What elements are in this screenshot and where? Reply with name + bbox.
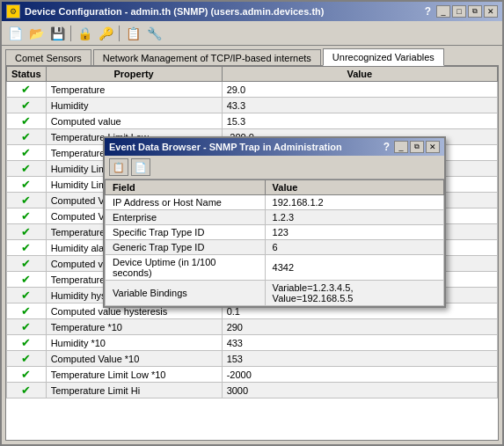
popup-restore-btn[interactable]: ⧉ — [410, 141, 424, 153]
popup-table-row: IP Address or Host Name 192.168.1.2 — [106, 195, 444, 210]
popup-new-icon: 📄 — [135, 162, 147, 173]
lock-btn[interactable]: 🔒 — [75, 24, 94, 43]
popup-dialog: Event Data Browser - SNMP Trap in Admini… — [103, 136, 446, 308]
row-property: Temperature — [46, 82, 222, 98]
unlock-icon: 🔑 — [99, 27, 113, 40]
row-status: ✔ — [7, 129, 47, 145]
popup-table: Field Value IP Address or Host Name 192.… — [105, 179, 444, 306]
check-icon: ✔ — [21, 257, 31, 270]
check-icon: ✔ — [21, 336, 31, 349]
minimize-btn[interactable]: _ — [436, 5, 450, 18]
row-status: ✔ — [7, 240, 47, 256]
row-status: ✔ — [7, 98, 47, 113]
new-icon: 📄 — [8, 27, 23, 40]
table-row[interactable]: ✔ Computed value 15.3 — [7, 113, 498, 129]
row-value: 153 — [222, 351, 497, 367]
maximize-btn[interactable]: □ — [452, 5, 466, 18]
tab-unrecognized-variables[interactable]: Unrecognized Variables — [323, 48, 444, 66]
unlock-btn[interactable]: 🔑 — [96, 24, 115, 43]
popup-title-bar: Event Data Browser - SNMP Trap in Admini… — [105, 138, 444, 156]
popup-copy-btn[interactable]: 📋 — [109, 158, 128, 176]
table-row[interactable]: ✔ Temperature 29.0 — [7, 82, 498, 98]
new-btn[interactable]: 📄 — [5, 24, 25, 43]
popup-row-field: Variable Bindings — [106, 281, 266, 306]
check-icon: ✔ — [21, 320, 31, 333]
restore-btn[interactable]: ⧉ — [468, 5, 482, 18]
table-row[interactable]: ✔ Humidity 43.3 — [7, 98, 498, 113]
check-icon: ✔ — [21, 162, 31, 175]
tab-network-management[interactable]: Network Management of TCP/IP-based inter… — [93, 49, 321, 66]
window-icon: ⚙ — [6, 4, 20, 18]
row-status: ✔ — [7, 82, 47, 98]
popup-minimize-btn[interactable]: _ — [394, 141, 408, 153]
check-icon: ✔ — [21, 209, 31, 223]
popup-table-row: Device Uptime (in 1/100 seconds) 4342 — [106, 255, 444, 281]
check-icon: ✔ — [21, 289, 31, 302]
toolbar-sep-2 — [119, 26, 120, 41]
check-icon: ✔ — [21, 225, 31, 238]
check-icon: ✔ — [21, 194, 31, 207]
check-icon: ✔ — [21, 273, 31, 286]
save-btn[interactable]: 💾 — [47, 24, 67, 43]
row-status: ✔ — [7, 256, 47, 272]
row-property: Temperature Limit Low *10 — [46, 367, 222, 383]
popup-col-value: Value — [265, 180, 443, 195]
help-btn[interactable]: ? — [425, 5, 431, 18]
table-row[interactable]: ✔ Temperature Limit Hi 3000 — [7, 383, 498, 398]
row-value: -2000 — [222, 367, 497, 383]
export-btn[interactable]: 🔧 — [144, 24, 164, 43]
row-status: ✔ — [7, 161, 47, 177]
row-status: ✔ — [7, 193, 47, 208]
popup-table-row: Generic Trap Type ID 6 — [106, 240, 444, 255]
tab-comet-sensors[interactable]: Comet Sensors — [5, 49, 91, 66]
open-btn[interactable]: 📂 — [26, 24, 46, 43]
toolbar-sep-1 — [70, 26, 71, 41]
col-property: Property — [46, 67, 222, 82]
row-property: Temperature *10 — [46, 319, 222, 335]
check-icon: ✔ — [21, 99, 31, 112]
check-icon: ✔ — [21, 384, 31, 397]
popup-table-row: Specific Trap Type ID 123 — [106, 225, 444, 240]
settings-btn[interactable]: 📋 — [123, 24, 142, 43]
table-row[interactable]: ✔ Temperature Limit Low *10 -2000 — [7, 367, 498, 383]
popup-table-row: Enterprise 1.2.3 — [106, 210, 444, 225]
row-status: ✔ — [7, 208, 47, 224]
check-icon: ✔ — [21, 130, 31, 143]
row-property: Temperature Limit Hi — [46, 383, 222, 398]
row-status: ✔ — [7, 113, 47, 129]
table-header: Status Property Value — [7, 67, 498, 82]
popup-help-btn[interactable]: ? — [383, 141, 390, 153]
check-icon: ✔ — [21, 304, 31, 318]
row-property: Humidity — [46, 98, 222, 113]
table-row[interactable]: ✔ Computed Value *10 153 — [7, 351, 498, 367]
check-icon: ✔ — [21, 368, 31, 381]
close-btn[interactable]: ✕ — [484, 5, 498, 18]
row-value: 290 — [222, 319, 497, 335]
check-icon: ✔ — [21, 114, 31, 128]
table-container: Status Property Value ✔ Temperature 29.0… — [5, 65, 499, 441]
row-value: 15.3 — [222, 113, 497, 129]
settings-icon: 📋 — [126, 27, 141, 40]
save-icon: 💾 — [50, 27, 65, 40]
title-controls: ? _ □ ⧉ ✕ — [425, 5, 498, 18]
row-value: 43.3 — [222, 98, 497, 113]
table-row[interactable]: ✔ Temperature *10 290 — [7, 319, 498, 335]
popup-row-field: Device Uptime (in 1/100 seconds) — [106, 255, 266, 281]
check-icon: ✔ — [21, 241, 31, 254]
popup-row-value: 4342 — [265, 255, 443, 281]
popup-close-btn[interactable]: ✕ — [426, 141, 440, 153]
export-icon: 🔧 — [147, 27, 162, 40]
popup-new-btn[interactable]: 📄 — [131, 158, 150, 176]
popup-copy-icon: 📋 — [113, 162, 125, 173]
popup-row-field: Specific Trap Type ID — [106, 225, 266, 240]
row-status: ✔ — [7, 272, 47, 288]
open-icon: 📂 — [29, 27, 44, 40]
popup-row-value: Variable=1.2.3.4.5, Value=192.168.5.5 — [265, 281, 443, 306]
check-icon: ✔ — [21, 146, 31, 159]
table-row[interactable]: ✔ Humidity *10 433 — [7, 335, 498, 351]
popup-row-field: IP Address or Host Name — [106, 195, 266, 210]
row-status: ✔ — [7, 145, 47, 161]
row-property: Humidity *10 — [46, 335, 222, 351]
row-property: Computed value — [46, 113, 222, 129]
row-value: 433 — [222, 335, 497, 351]
